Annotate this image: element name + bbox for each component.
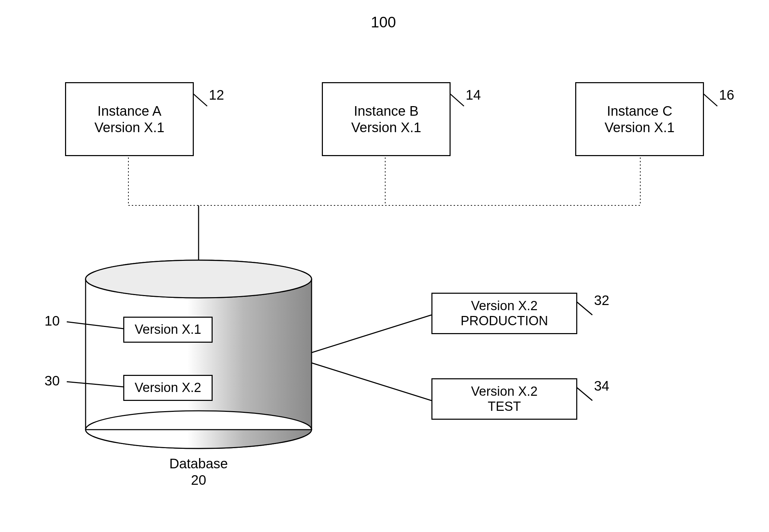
production-label: PRODUCTION xyxy=(461,314,548,329)
svg-point-11 xyxy=(86,260,312,298)
svg-line-19 xyxy=(575,301,592,315)
instance-a-box: Instance A Version X.1 xyxy=(65,82,194,156)
svg-line-17 xyxy=(312,315,431,353)
test-ref: 34 xyxy=(594,378,609,394)
db-version-1-ref: 10 xyxy=(45,313,60,329)
svg-line-20 xyxy=(575,386,592,401)
instance-b-ref: 14 xyxy=(466,87,481,103)
production-box: Version X.2 PRODUCTION xyxy=(431,293,577,334)
production-version: Version X.2 xyxy=(471,299,538,314)
production-ref: 32 xyxy=(594,293,609,308)
database-caption-ref: 20 xyxy=(147,472,250,488)
instance-b-version: Version X.1 xyxy=(351,119,421,136)
instance-c-ref: 16 xyxy=(719,87,734,103)
instance-a-name: Instance A xyxy=(98,103,162,119)
instance-a-ref: 12 xyxy=(209,87,224,103)
svg-line-14 xyxy=(192,92,207,106)
database-caption: Database 20 xyxy=(147,455,250,488)
db-version-2-label: Version X.2 xyxy=(135,380,201,395)
diagram-canvas: 100 xyxy=(0,0,769,532)
test-box: Version X.2 TEST xyxy=(431,378,577,420)
instance-c-version: Version X.1 xyxy=(605,119,675,136)
svg-line-16 xyxy=(702,92,717,106)
instance-c-name: Instance C xyxy=(607,103,672,119)
db-version-1-box: Version X.1 xyxy=(123,317,213,343)
db-version-1-label: Version X.1 xyxy=(135,322,201,337)
svg-line-18 xyxy=(312,363,431,401)
database-cylinder xyxy=(86,260,312,448)
test-label: TEST xyxy=(488,399,521,414)
db-version-2-ref: 30 xyxy=(45,373,60,389)
svg-line-15 xyxy=(449,92,464,106)
instance-b-name: Instance B xyxy=(354,103,418,119)
instance-c-box: Instance C Version X.1 xyxy=(575,82,704,156)
svg-rect-7 xyxy=(86,279,312,430)
connector-layer xyxy=(0,0,769,532)
db-version-2-box: Version X.2 xyxy=(123,375,213,401)
instance-a-version: Version X.1 xyxy=(94,119,165,136)
instance-b-box: Instance B Version X.1 xyxy=(322,82,451,156)
test-version: Version X.2 xyxy=(471,384,538,399)
database-caption-name: Database xyxy=(147,455,250,472)
